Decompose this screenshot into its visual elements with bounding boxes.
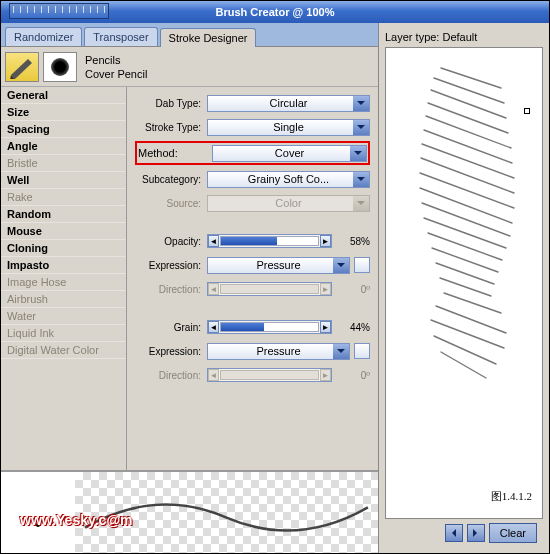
dab-type-select[interactable]: Circular [207,95,370,112]
cat-imagehose[interactable]: Image Hose [1,274,126,291]
subcategory-select[interactable]: Grainy Soft Co... [207,171,370,188]
grain-slider[interactable]: ◄► [207,320,332,334]
tab-transposer[interactable]: Transposer [84,27,157,46]
cat-water[interactable]: Water [1,308,126,325]
cat-general[interactable]: General [1,87,126,104]
method-select[interactable]: Cover [212,145,367,162]
expression1-checkbox[interactable] [354,257,370,273]
cat-digital-water[interactable]: Digital Water Color [1,342,126,359]
slider-right-icon: ► [320,283,331,295]
opacity-slider[interactable]: ◄► [207,234,332,248]
watermark: www.Yesky.c@m [20,512,133,528]
grain-value: 44% [332,322,370,333]
cat-size[interactable]: Size [1,104,126,121]
cat-well[interactable]: Well [1,172,126,189]
category-list: General Size Spacing Angle Bristle Well … [1,87,127,470]
slider-left-icon[interactable]: ◄ [208,235,219,247]
tab-stroke-designer[interactable]: Stroke Designer [160,28,257,47]
dropdown-arrow-icon [353,172,369,187]
clear-button[interactable]: Clear [489,523,537,543]
brush-selector-row: Pencils Cover Pencil [1,47,378,87]
canvas-bottom-bar: Clear [385,519,543,547]
slider-right-icon[interactable]: ► [320,321,331,333]
brush-category-label: Pencils [85,53,147,67]
direction2-slider: ◄► [207,368,332,382]
tab-bar: Randomizer Transposer Stroke Designer [1,23,378,47]
direction1-slider: ◄► [207,282,332,296]
settings-panel: Dab Type: Circular Stroke Type: Single M… [127,87,378,470]
prev-button[interactable] [445,524,463,542]
canvas-handle[interactable] [524,108,530,114]
slider-left-icon: ◄ [208,283,219,295]
direction2-label: Direction: [135,370,207,381]
cat-angle[interactable]: Angle [1,138,126,155]
dab-type-label: Dab Type: [135,98,207,109]
pencil-icon [8,55,36,79]
cat-liquid-ink[interactable]: Liquid Ink [1,325,126,342]
titlebar-grip[interactable] [9,3,109,19]
brush-category-swatch[interactable] [5,52,39,82]
slider-right-icon[interactable]: ► [320,235,331,247]
slider-right-icon: ► [320,369,331,381]
dropdown-arrow-icon [333,258,349,273]
subcategory-label: Subcategory: [135,174,207,185]
method-label: Method: [138,147,212,159]
expression2-checkbox[interactable] [354,343,370,359]
stroke-type-label: Stroke Type: [135,122,207,133]
dropdown-arrow-icon [353,96,369,111]
expression1-label: Expression: [135,260,207,271]
canvas-preview[interactable]: 图1.4.1.2 [385,47,543,519]
brush-variant-label: Cover Pencil [85,67,147,81]
cat-random[interactable]: Random [1,206,126,223]
method-row-highlight: Method: Cover [135,141,370,165]
layer-type-label: Layer type: Default [385,31,543,43]
cat-bristle[interactable]: Bristle [1,155,126,172]
figure-label: 图1.4.1.2 [491,489,532,504]
window-title: Brush Creator @ 100% [216,6,335,18]
direction2-value: 0º [332,370,370,381]
opacity-value: 58% [332,236,370,247]
slider-left-icon: ◄ [208,369,219,381]
cat-spacing[interactable]: Spacing [1,121,126,138]
dropdown-arrow-icon [353,120,369,135]
opacity-label: Opacity: [135,236,207,247]
title-bar[interactable]: Brush Creator @ 100% [1,1,549,23]
expression1-select[interactable]: Pressure [207,257,350,274]
expression2-select[interactable]: Pressure [207,343,350,360]
cat-airbrush[interactable]: Airbrush [1,291,126,308]
expression2-label: Expression: [135,346,207,357]
grain-label: Grain: [135,322,207,333]
direction1-label: Direction: [135,284,207,295]
source-select: Color [207,195,370,212]
cat-rake[interactable]: Rake [1,189,126,206]
dropdown-arrow-icon [353,196,369,211]
source-label: Source: [135,198,207,209]
dropdown-arrow-icon [350,146,366,161]
dropdown-arrow-icon [333,344,349,359]
slider-left-icon[interactable]: ◄ [208,321,219,333]
brush-creator-window: Brush Creator @ 100% Randomizer Transpos… [0,0,550,554]
right-pane: Layer type: Default 图1.4.1.2 Clear [379,23,549,553]
tab-randomizer[interactable]: Randomizer [5,27,82,46]
scribble-icon [386,48,546,398]
left-pane: Randomizer Transposer Stroke Designer Pe… [1,23,379,553]
direction1-value: 0º [332,284,370,295]
stroke-type-select[interactable]: Single [207,119,370,136]
cat-impasto[interactable]: Impasto [1,257,126,274]
next-button[interactable] [467,524,485,542]
brush-variant-swatch[interactable] [43,52,77,82]
cat-mouse[interactable]: Mouse [1,223,126,240]
cat-cloning[interactable]: Cloning [1,240,126,257]
